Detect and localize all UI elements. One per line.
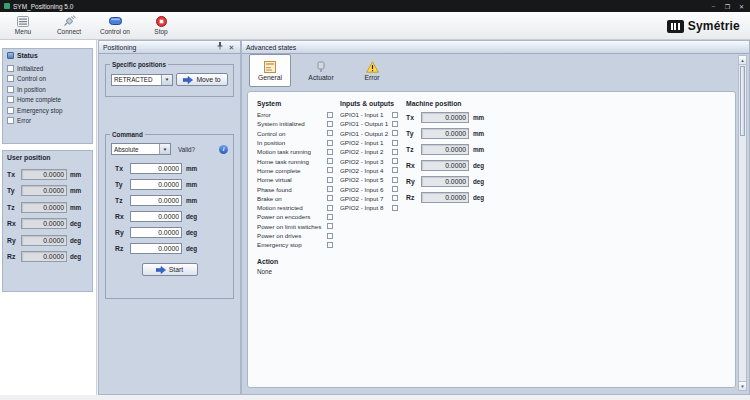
maximize-button[interactable]: ❐ (723, 3, 732, 10)
command-row: Tzmm (111, 195, 228, 206)
checkbox-indicator (7, 75, 14, 82)
io-state-row: GPIO2 - Input 3 (340, 156, 398, 165)
checkbox-indicator (327, 177, 333, 183)
app-window: SYM_Positioning 5.0 – ❐ ✕ Menu Connect C… (0, 0, 750, 400)
command-input-rz[interactable] (130, 243, 182, 254)
position-row: Tz0.0000mm (3, 202, 92, 213)
checkbox-indicator (392, 149, 398, 155)
status-item: Control on (7, 75, 88, 82)
state-label: GPIO2 - Input 1 (340, 139, 392, 146)
minimize-button[interactable]: – (709, 3, 718, 10)
state-label: Error (257, 111, 327, 118)
axis-label: Rx (406, 162, 417, 169)
command-row: Tymm (111, 179, 228, 190)
axis-label: Rx (7, 220, 18, 227)
axis-unit: mm (186, 197, 197, 204)
vertical-scrollbar[interactable]: ▲ ▼ (738, 55, 747, 391)
command-input-tx[interactable] (130, 163, 182, 174)
advanced-states-panel: Advanced states General Actuator (241, 40, 750, 395)
scroll-down-arrow-icon[interactable]: ▼ (739, 381, 746, 390)
warning-icon (366, 60, 379, 73)
io-state-row: GPIO2 - Input 5 (340, 175, 398, 184)
axis-value: 0.0000 (421, 128, 469, 139)
valid-info-icon[interactable]: i (219, 145, 228, 154)
status-label: In position (17, 86, 46, 93)
system-state-row: Emergency stop (257, 240, 333, 249)
command-input-ty[interactable] (130, 179, 182, 190)
checkbox-indicator (392, 158, 398, 164)
stop-icon (156, 15, 167, 27)
status-item: Home complete (7, 96, 88, 103)
axis-unit: deg (70, 253, 81, 260)
state-label: Home complete (257, 167, 327, 174)
move-to-button[interactable]: Move to (176, 73, 228, 86)
position-row: Ty0.0000mm (3, 185, 92, 196)
position-row: Rx0.0000deg (3, 218, 92, 229)
state-label: Brake on (257, 195, 327, 202)
stop-button[interactable]: Stop (146, 14, 176, 35)
start-button[interactable]: Start (142, 263, 198, 276)
connect-button[interactable]: Connect (54, 14, 84, 35)
close-button[interactable]: ✕ (737, 3, 746, 10)
system-state-row: System initialized (257, 119, 333, 128)
tab-error[interactable]: Error (351, 54, 393, 87)
state-label: GPIO2 - Input 7 (340, 195, 392, 202)
state-label: Emergency stop (257, 241, 327, 248)
valid-label: Valid? (178, 146, 195, 153)
checkbox-indicator (327, 112, 333, 118)
tab-general[interactable]: General (249, 54, 291, 87)
status-label: Error (17, 117, 31, 124)
tab-actuator-label: Actuator (308, 74, 333, 81)
checkbox-indicator (327, 130, 333, 136)
panel-close-icon[interactable]: ✕ (227, 43, 236, 52)
arrow-right-icon (156, 266, 166, 274)
axis-unit: mm (473, 130, 484, 137)
title-bar: SYM_Positioning 5.0 – ❐ ✕ (0, 0, 750, 12)
menu-button[interactable]: Menu (8, 14, 38, 35)
tab-error-label: Error (364, 74, 379, 81)
axis-label: Rz (406, 194, 417, 201)
io-state-row: GPIO1 - Output 1 (340, 119, 398, 128)
status-panel-header: Status (3, 49, 92, 61)
checkbox-indicator (327, 242, 333, 248)
positioning-panel-header[interactable]: Positioning ✕ (99, 41, 240, 54)
status-title: Status (17, 52, 38, 59)
advanced-states-header[interactable]: Advanced states (242, 41, 749, 54)
advanced-states-body: General Actuator Error (247, 54, 736, 388)
command-input-ry[interactable] (130, 227, 182, 238)
user-position-title: User position (7, 154, 50, 161)
state-label: Home virtual (257, 176, 327, 183)
system-state-row: In position (257, 138, 333, 147)
pin-icon[interactable] (215, 42, 224, 52)
advanced-tabs: General Actuator Error (247, 54, 736, 87)
command-input-rx[interactable] (130, 211, 182, 222)
state-label: Power on drives (257, 232, 327, 239)
axis-value: 0.0000 (421, 160, 469, 171)
system-title: System (257, 100, 333, 107)
axis-label: Tx (115, 165, 126, 172)
state-label: GPIO1 - Input 1 (340, 111, 392, 118)
checkbox-indicator (7, 96, 14, 103)
toolbar: Menu Connect Control on Stop Symétrie (0, 12, 750, 40)
system-state-row: Error (257, 110, 333, 119)
dropdown-arrow-icon[interactable]: ▼ (161, 75, 172, 85)
checkbox-indicator (327, 195, 333, 201)
checkbox-indicator (327, 149, 333, 155)
checkbox-indicator (7, 117, 14, 124)
tab-actuator[interactable]: Actuator (300, 54, 342, 87)
position-row: Ty0.0000mm (406, 128, 528, 139)
scroll-up-arrow-icon[interactable]: ▲ (739, 56, 746, 65)
system-state-row: Motion task running (257, 147, 333, 156)
command-mode-select[interactable]: Absolute ▼ (111, 143, 171, 155)
scrollbar-thumb[interactable] (740, 66, 745, 136)
specific-position-selected: RETRACTED (112, 76, 161, 83)
axis-unit: deg (473, 178, 484, 185)
command-input-tz[interactable] (130, 195, 182, 206)
dropdown-arrow-icon[interactable]: ▼ (159, 144, 170, 154)
specific-position-select[interactable]: RETRACTED ▼ (111, 74, 173, 86)
state-label: In position (257, 139, 327, 146)
axis-label: Ty (406, 130, 417, 137)
axis-unit: mm (186, 181, 197, 188)
control-on-button[interactable]: Control on (100, 14, 130, 35)
status-item: In position (7, 86, 88, 93)
